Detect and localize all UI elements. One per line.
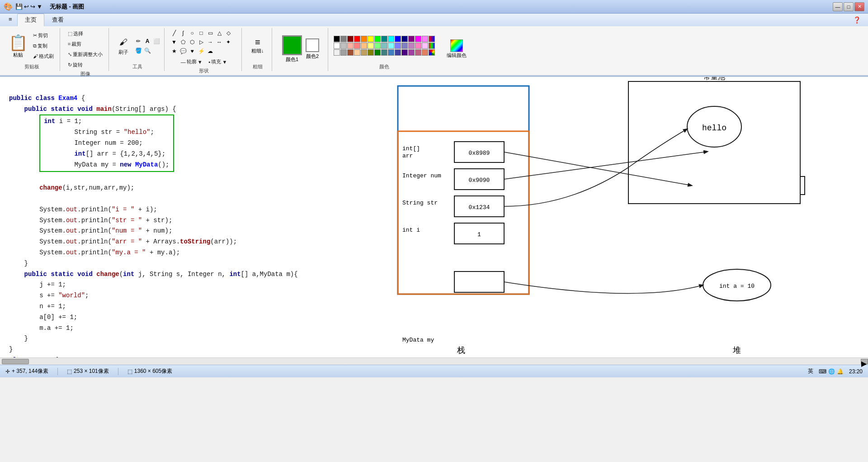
rect-tool[interactable]: □ bbox=[197, 29, 205, 37]
swatch-lgray[interactable] bbox=[340, 43, 347, 49]
format-painter-button[interactable]: 🖌 格式刷 bbox=[31, 52, 56, 61]
eraser-tool[interactable]: ⬜ bbox=[152, 37, 160, 45]
hscroll-right[interactable]: ▶ bbox=[861, 359, 868, 364]
swatch-lightsalmon[interactable] bbox=[347, 43, 354, 49]
code-area[interactable]: public class Exam4 { public static void … bbox=[0, 77, 362, 357]
swatch-lightpink[interactable] bbox=[422, 43, 428, 49]
color2-button[interactable] bbox=[306, 38, 319, 52]
swatch-gray2[interactable] bbox=[334, 49, 340, 56]
swatch-midblue[interactable] bbox=[395, 49, 401, 56]
diamond-tool[interactable]: ◇ bbox=[224, 29, 232, 37]
swatch-lightyellow[interactable] bbox=[368, 43, 374, 49]
zoom-tool[interactable]: 🔍 bbox=[143, 47, 151, 55]
swatch-rainbow[interactable] bbox=[429, 43, 435, 49]
cut-button[interactable]: ✂ 剪切 bbox=[31, 31, 56, 40]
swatch-yellow[interactable] bbox=[368, 36, 374, 42]
swatch-olive[interactable] bbox=[368, 49, 374, 56]
swatch-purple[interactable] bbox=[408, 36, 415, 42]
dblarrow-tool[interactable]: ↔ bbox=[215, 38, 223, 46]
swatch-pink[interactable] bbox=[422, 36, 428, 42]
cloud-tool[interactable]: ☁ bbox=[206, 47, 214, 55]
rounded-rect-tool[interactable]: ▭ bbox=[206, 29, 214, 37]
undo-icon[interactable]: ↩ bbox=[24, 3, 29, 10]
swatch-lightpurple[interactable] bbox=[408, 43, 415, 49]
swatch-dgray2[interactable] bbox=[340, 49, 347, 56]
swatch-steelblue[interactable] bbox=[388, 49, 394, 56]
swatch-seagreen[interactable] bbox=[381, 49, 387, 56]
swatch-teal[interactable] bbox=[381, 36, 387, 42]
save-icon[interactable]: 💾 bbox=[15, 3, 23, 10]
rotate-button[interactable]: ↻ 旋转 bbox=[66, 60, 85, 70]
heart-tool[interactable]: ♥ bbox=[188, 47, 196, 55]
fill-button[interactable]: ▪ 填充▼ bbox=[207, 57, 230, 67]
curve-tool[interactable]: ∫ bbox=[179, 29, 187, 37]
help-icon[interactable]: ❓ bbox=[849, 14, 864, 25]
swatch-darkred[interactable] bbox=[347, 36, 354, 42]
swatch-black[interactable] bbox=[334, 36, 340, 42]
tri-tool[interactable]: △ bbox=[215, 29, 223, 37]
rright-tool[interactable]: ▷ bbox=[197, 38, 205, 46]
color1-button[interactable] bbox=[282, 35, 302, 55]
star5-tool[interactable]: ★ bbox=[170, 47, 178, 55]
swatch-plum[interactable] bbox=[408, 49, 415, 56]
swatch-lightcyan[interactable] bbox=[388, 43, 394, 49]
swatch-lightnavy[interactable] bbox=[401, 43, 408, 49]
pencil-tool[interactable]: ✏ bbox=[134, 37, 142, 45]
swatch-spectrum[interactable] bbox=[429, 49, 435, 56]
oval-tool[interactable]: ○ bbox=[188, 29, 196, 37]
swatch-lightteal[interactable] bbox=[381, 43, 387, 49]
swatch-peach[interactable] bbox=[354, 49, 360, 56]
more-shapes[interactable]: ▼ bbox=[170, 38, 178, 46]
swatch-indigo[interactable] bbox=[401, 49, 408, 56]
lightning-tool[interactable]: ⚡ bbox=[197, 47, 205, 55]
swatch-lightorange[interactable] bbox=[361, 43, 367, 49]
swatch-tan[interactable] bbox=[361, 49, 367, 56]
mydata-arrow bbox=[504, 282, 703, 293]
brush-button[interactable]: 🖌 刷子 bbox=[114, 34, 132, 57]
copy-button[interactable]: ⧉ 复制 bbox=[31, 41, 56, 51]
star4-tool[interactable]: ✦ bbox=[224, 38, 232, 46]
swatch-orange[interactable] bbox=[361, 36, 367, 42]
arrow-tool[interactable]: → bbox=[206, 38, 214, 46]
system-menu[interactable]: ≡ bbox=[4, 14, 17, 26]
crop-button[interactable]: ⌗ 裁剪 bbox=[66, 39, 84, 49]
line-tool[interactable]: ╱ bbox=[170, 29, 178, 37]
pentagon-tool[interactable]: ⬠ bbox=[179, 38, 187, 46]
hexagon-tool[interactable]: ⬡ bbox=[188, 38, 196, 46]
hscroll-thumb[interactable] bbox=[2, 359, 29, 364]
swatch-lime[interactable] bbox=[374, 36, 381, 42]
callout-tool[interactable]: 💬 bbox=[179, 47, 187, 55]
swatch-brown1[interactable] bbox=[347, 49, 354, 56]
swatch-navy[interactable] bbox=[401, 36, 408, 42]
swatch-red[interactable] bbox=[354, 36, 360, 42]
select-button[interactable]: ⬚ 选择 bbox=[66, 29, 85, 38]
maximize-button[interactable]: □ bbox=[844, 2, 854, 11]
swatch-rose[interactable] bbox=[415, 49, 421, 56]
tab-home[interactable]: 主页 bbox=[17, 14, 44, 26]
swatch-gradient[interactable] bbox=[429, 36, 435, 42]
thickness-button[interactable]: ≡ 粗细↓ bbox=[247, 35, 268, 56]
minimize-button[interactable]: — bbox=[833, 2, 843, 11]
close-button[interactable]: ✕ bbox=[854, 2, 864, 11]
swatch-cyan[interactable] bbox=[388, 36, 394, 42]
swatch-gray1[interactable] bbox=[340, 36, 347, 42]
hscroll[interactable]: ▶ bbox=[0, 357, 868, 365]
swatch-lightred[interactable] bbox=[354, 43, 360, 49]
swatch-lightblue[interactable] bbox=[395, 43, 401, 49]
redo-icon[interactable]: ↪ bbox=[30, 3, 35, 10]
fill-tool[interactable]: 🪣 bbox=[134, 47, 142, 55]
swatch-blue[interactable] bbox=[395, 36, 401, 42]
outline-button[interactable]: — 轮廓▼ bbox=[179, 57, 205, 67]
edit-colors-button[interactable]: 编辑颜色 bbox=[444, 38, 469, 61]
dropdown-icon[interactable]: ▼ bbox=[37, 3, 42, 10]
resize-button[interactable]: ⤡ 重新调整大小 bbox=[66, 50, 105, 59]
swatch-magenta[interactable] bbox=[415, 36, 421, 42]
swatch-coral[interactable] bbox=[422, 49, 428, 56]
swatch-white[interactable] bbox=[334, 43, 340, 49]
swatch-lightgreen[interactable] bbox=[374, 43, 381, 49]
swatch-lightmagenta[interactable] bbox=[415, 43, 421, 49]
tab-view[interactable]: 查看 bbox=[44, 14, 71, 26]
paste-button[interactable]: 📋 粘贴 bbox=[7, 32, 29, 60]
swatch-darkgreen[interactable] bbox=[374, 49, 381, 56]
text-tool[interactable]: A bbox=[143, 37, 151, 45]
